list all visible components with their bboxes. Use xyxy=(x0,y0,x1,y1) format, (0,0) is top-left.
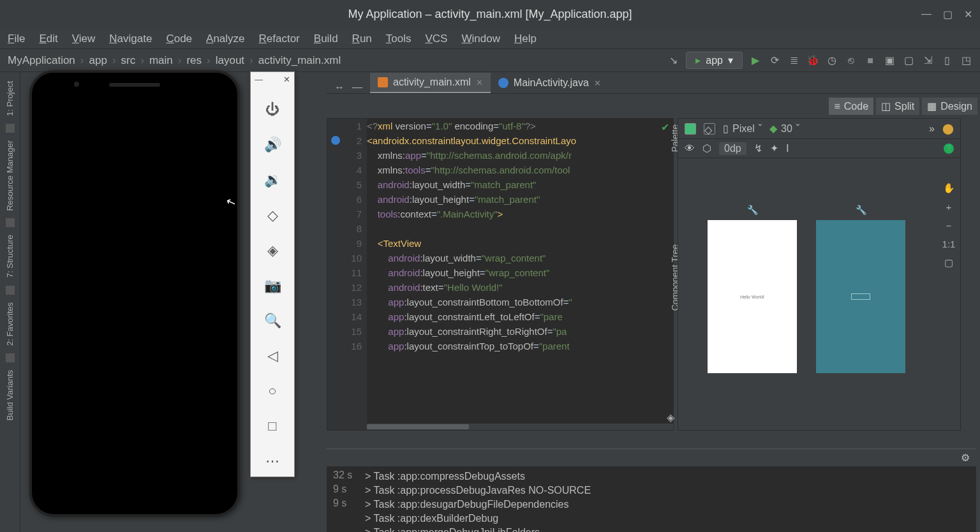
run-icon[interactable]: ▶ xyxy=(749,54,762,67)
zoom-frame-icon[interactable]: ▢ xyxy=(944,257,953,269)
rotate-left-icon[interactable]: ◇ xyxy=(257,200,288,230)
tab-MainActivity-java[interactable]: MainActivity.java✕ xyxy=(491,73,609,93)
tab-close-icon[interactable]: ✕ xyxy=(594,78,601,88)
clear-icon[interactable]: ↯ xyxy=(754,142,762,154)
editor-tabbar: ↔ — activity_main.xml✕MainActivity.java✕ xyxy=(327,72,980,94)
back-icon[interactable]: ◁ xyxy=(257,341,288,371)
blueprint-surface[interactable] xyxy=(816,220,905,373)
left-tab----project[interactable]: 1: Project xyxy=(4,77,16,120)
breadcrumb-item[interactable]: layout xyxy=(216,54,244,67)
menu-run[interactable]: Run xyxy=(352,33,372,45)
wand-icon[interactable]: ✦ xyxy=(770,142,778,154)
emu-minimize-icon[interactable]: — xyxy=(255,75,263,90)
default-margin[interactable]: 0dp xyxy=(719,142,746,155)
menu-refactor[interactable]: Refactor xyxy=(259,33,300,45)
apply-changes-icon[interactable]: ⟳ xyxy=(768,54,781,67)
left-tab-resource-manager[interactable]: Resource Manager xyxy=(4,137,16,215)
debug-icon[interactable]: 🐞 xyxy=(806,54,819,67)
avd-icon[interactable]: ▣ xyxy=(883,54,896,67)
device-selector[interactable]: ▯ Pixel ˇ xyxy=(723,122,762,135)
emulator-device[interactable] xyxy=(29,70,240,517)
breadcrumb-item[interactable]: res xyxy=(186,54,202,67)
menu-edit[interactable]: Edit xyxy=(39,33,57,45)
view-code[interactable]: ≡Code xyxy=(829,98,873,115)
preview-body[interactable]: 🔧 Hello World! 🔧 xyxy=(678,163,935,430)
attach-icon[interactable]: ⎋ xyxy=(845,54,858,67)
left-tab----favorites[interactable]: 2: Favorites xyxy=(4,299,16,350)
menu-build[interactable]: Build xyxy=(314,33,338,45)
zoom-fit-label[interactable]: 1:1 xyxy=(942,239,956,249)
textview-preview[interactable]: Hello World! xyxy=(740,295,764,299)
emu-close-icon[interactable]: ✕ xyxy=(283,75,290,90)
guideline-icon[interactable]: Ⅰ xyxy=(786,142,789,154)
orientation-icon[interactable]: ◇ xyxy=(704,123,715,135)
menu-code[interactable]: Code xyxy=(166,33,192,45)
layers-icon[interactable]: ◈ xyxy=(667,411,674,424)
maximize-icon[interactable]: ▢ xyxy=(943,8,953,20)
more-icon[interactable]: ⋯ xyxy=(257,447,288,477)
menu-analyze[interactable]: Analyze xyxy=(206,33,244,45)
breadcrumb-item[interactable]: MyApplication xyxy=(8,54,75,67)
editor-content[interactable]: <?xml version="1.0" encoding="utf-8"?><a… xyxy=(367,119,673,424)
minimize-icon[interactable]: — xyxy=(921,8,932,20)
zoom-in-icon[interactable]: + xyxy=(946,202,952,212)
warning-icon[interactable]: ⬤ xyxy=(942,122,954,135)
breadcrumb-item[interactable]: main xyxy=(149,54,173,67)
code-icon: ≡ xyxy=(834,101,840,112)
menu-navigate[interactable]: Navigate xyxy=(109,33,152,45)
menu-vcs[interactable]: VCS xyxy=(426,33,448,45)
volume-up-icon[interactable]: 🔊 xyxy=(257,130,288,160)
blueprint-tools-icon[interactable]: 🔧 xyxy=(856,205,866,215)
editor-gutter: 12345678910111213141516 xyxy=(327,119,367,430)
stop-icon[interactable]: ■ xyxy=(864,54,877,67)
profile-icon[interactable]: ◷ xyxy=(826,54,838,67)
rotate-right-icon[interactable]: ◈ xyxy=(257,235,288,265)
breadcrumb-item[interactable]: activity_main.xml xyxy=(258,54,341,67)
view-split[interactable]: ◫Split xyxy=(876,98,919,115)
menu-window[interactable]: Window xyxy=(461,33,500,45)
menu-tools[interactable]: Tools xyxy=(386,33,412,45)
tab-activity_main-xml[interactable]: activity_main.xml✕ xyxy=(370,73,491,93)
left-tab----structure[interactable]: 7: Structure xyxy=(4,231,16,281)
zoom-out-icon[interactable]: − xyxy=(946,220,952,231)
editor-hscroll[interactable] xyxy=(367,424,673,430)
sync-icon[interactable]: ⇲ xyxy=(921,54,934,67)
overview-icon[interactable]: □ xyxy=(257,411,288,441)
view-mode-bar: ≡Code◫Split▦Design xyxy=(829,98,977,115)
volume-down-icon[interactable]: 🔉 xyxy=(257,165,288,195)
screenshot-icon[interactable]: 📷 xyxy=(257,270,288,300)
hammer-icon[interactable]: ↘ xyxy=(667,54,679,67)
device-icon[interactable]: ▯ xyxy=(940,54,953,67)
eye-icon[interactable]: 👁 xyxy=(685,143,695,154)
scrollbar-thumb[interactable] xyxy=(367,424,469,429)
pan-icon[interactable]: ✋ xyxy=(943,182,955,194)
overflow-icon[interactable]: » xyxy=(929,123,935,135)
power-icon[interactable]: ⏻ xyxy=(257,95,288,125)
menu-view[interactable]: View xyxy=(72,33,96,45)
collapse-icon[interactable]: ↔ xyxy=(332,82,347,93)
minus-icon[interactable]: — xyxy=(350,82,365,93)
settings-icon[interactable]: ⚙ xyxy=(961,452,970,464)
zoom-icon[interactable]: 🔍 xyxy=(257,306,288,336)
run-target-selector[interactable]: ▸ app ▾ xyxy=(686,52,743,69)
api-selector[interactable]: ◆ 30 ˇ xyxy=(769,122,799,135)
help-icon[interactable]: ? xyxy=(944,144,954,154)
stack-icon[interactable]: ≣ xyxy=(787,54,800,67)
sdk-icon[interactable]: ▢ xyxy=(902,54,915,67)
home-icon[interactable]: ○ xyxy=(257,376,288,406)
code-editor[interactable]: 12345678910111213141516 <?xml version="1… xyxy=(327,118,674,431)
close-icon[interactable]: ✕ xyxy=(964,8,972,20)
preview-tools-icon[interactable]: 🔧 xyxy=(747,205,758,215)
magnet-icon[interactable]: ⬡ xyxy=(702,142,711,154)
menu-file[interactable]: File xyxy=(8,33,25,45)
breadcrumb-item[interactable]: app xyxy=(89,54,107,67)
surface-icon[interactable] xyxy=(685,123,696,135)
view-design[interactable]: ▦Design xyxy=(922,98,977,115)
breadcrumb-item[interactable]: src xyxy=(121,54,136,67)
textview-blueprint[interactable] xyxy=(851,293,870,300)
design-surface[interactable]: Hello World! xyxy=(708,220,797,373)
tab-close-icon[interactable]: ✕ xyxy=(476,78,483,87)
left-tab-build-variants[interactable]: Build Variants xyxy=(4,366,16,424)
menu-help[interactable]: Help xyxy=(514,33,537,45)
cube-icon[interactable]: ◳ xyxy=(960,54,972,67)
